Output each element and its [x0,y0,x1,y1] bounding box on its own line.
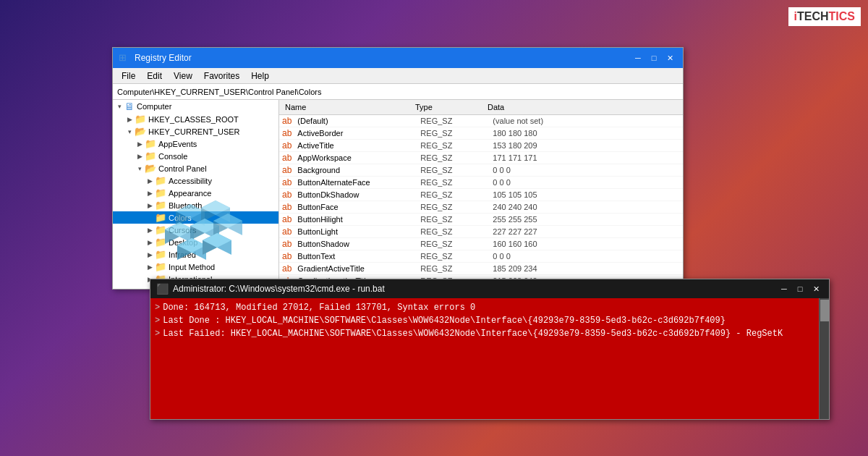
watermark-tech: TECH [797,10,829,22]
cmd-titlebar: ⬛ Administrator: C:\Windows\system32\cmd… [150,279,829,298]
tree-item-controlpanel[interactable]: ▾ 📂 Control Panel [113,162,278,174]
expand-icon-appearance: ▶ [145,190,155,197]
registry-row[interactable]: ab ButtonHilight REG_SZ 255 255 255 [279,214,683,226]
cmd-minimize-button[interactable]: ─ [777,282,791,296]
tree-label-appearance: Appearance [169,189,211,198]
folder-icon-inputmethod: 📁 [155,261,166,272]
cmd-window: ⬛ Administrator: C:\Windows\system32\cmd… [150,279,830,420]
menu-favorites[interactable]: Favorites [198,69,245,83]
registry-row[interactable]: ab ButtonShadow REG_SZ 160 160 160 [279,238,683,250]
header-type: Type [409,101,482,113]
reg-icon: ab [279,116,294,126]
cmd-text-2: Last Done : HKEY_LOCAL_MACHINE\SOFTWARE\… [163,314,726,327]
registry-row[interactable]: ab ButtonDkShadow REG_SZ 105 105 105 [279,189,683,201]
expand-icon-infrared: ▶ [145,251,155,258]
tree-item-accessibility[interactable]: ▶ 📁 Accessibility [113,174,278,187]
cmd-scrollbar-thumb[interactable] [820,300,829,321]
cmd-close-button[interactable]: ✕ [809,282,823,296]
reg-type: REG_SZ [417,215,490,224]
expand-icon-controlpanel: ▾ [135,165,145,172]
reg-data: 160 160 160 [490,240,683,248]
registry-row[interactable]: ab ButtonLight REG_SZ 227 227 227 [279,226,683,238]
expand-icon-bluetooth: ▶ [145,202,155,209]
reg-name: AppWorkspace [294,153,417,162]
registry-row[interactable]: ab (Default) REG_SZ (value not set) [279,115,683,127]
tree-label-colors: Colors [169,214,192,222]
cmd-line-1: > Done: 164713, Modified 27012, Failed 1… [155,301,825,314]
registry-row[interactable]: ab ActiveTitle REG_SZ 153 180 209 [279,140,683,152]
tree-label-hkcu: HKEY_CURRENT_USER [148,127,240,136]
folder-icon-appearance: 📁 [155,187,166,198]
menu-view[interactable]: View [168,69,198,83]
cmd-line-2: > Last Done : HKEY_LOCAL_MACHINE\SOFTWAR… [155,314,825,327]
registry-titlebar: ⊞ Registry Editor ─ □ ✕ [113,48,683,68]
reg-data: 0 0 0 [490,252,683,261]
tree-item-colors[interactable]: 📁 Colors [113,211,278,224]
reg-name: Background [294,166,417,174]
reg-type: REG_SZ [417,178,490,187]
reg-data: 227 227 227 [490,227,683,236]
reg-data: 0 0 0 [490,178,683,187]
folder-icon-desktop: 📁 [155,237,166,248]
tree-item-appevents[interactable]: ▶ 📁 AppEvents [113,138,278,150]
tree-item-console[interactable]: ▶ 📁 Console [113,150,278,162]
folder-icon-accessibility: 📁 [155,175,166,186]
cmd-scrollbar[interactable] [819,298,829,419]
watermark-tics: TICS [829,10,855,22]
tree-item-infrared[interactable]: ▶ 📁 Infrared [113,248,278,261]
folder-icon-colors: 📁 [155,212,166,223]
reg-icon: ab [279,202,294,212]
tree-label-console: Console [158,152,187,161]
registry-row[interactable]: ab ButtonFace REG_SZ 240 240 240 [279,201,683,214]
registry-row[interactable]: ab GradientActiveTitle REG_SZ 185 209 23… [279,263,683,275]
tree-item-inputmethod[interactable]: ▶ 📁 Input Method [113,261,278,273]
tree-item-appearance[interactable]: ▶ 📁 Appearance [113,187,278,199]
registry-row[interactable]: ab ButtonAlternateFace REG_SZ 0 0 0 [279,177,683,189]
tree-item-desktop[interactable]: ▶ 📁 Desktop [113,236,278,248]
reg-data: (value not set) [490,117,683,125]
cmd-prompt-2: > [155,314,160,327]
menu-help[interactable]: Help [245,69,275,83]
reg-type: REG_SZ [417,203,490,211]
registry-row[interactable]: ab Background REG_SZ 0 0 0 [279,164,683,177]
folder-icon-hkcu: 📂 [135,126,146,137]
reg-icon: ab [279,251,294,261]
registry-window-icon: ⊞ [119,52,130,64]
reg-type: REG_SZ [417,240,490,248]
registry-close-button[interactable]: ✕ [663,51,677,65]
tree-item-bluetooth[interactable]: ▶ 📁 Bluetooth [113,199,278,211]
registry-row[interactable]: ab ActiveBorder REG_SZ 180 180 180 [279,127,683,140]
folder-icon-hkcr: 📁 [135,114,146,124]
reg-name: ActiveTitle [294,141,417,150]
expand-icon-hkcu: ▾ [124,128,135,135]
tree-item-cursors[interactable]: ▶ 📁 Cursors [113,224,278,236]
tree-item-hkcu[interactable]: ▾ 📂 HKEY_CURRENT_USER [113,125,278,138]
folder-icon-bluetooth: 📁 [155,200,166,211]
registry-addressbar: Computer\HKEY_CURRENT_USER\Control Panel… [113,84,683,100]
registry-rows-container: ab (Default) REG_SZ (value not set) ab A… [279,115,683,289]
folder-icon-cursors: 📁 [155,224,166,235]
reg-type: REG_SZ [417,117,490,125]
expand-icon-console: ▶ [135,153,145,160]
reg-data: 255 255 255 [490,215,683,224]
tree-label-desktop: Desktop [169,238,197,247]
tree-item-hkcr[interactable]: ▶ 📁 HKEY_CLASSES_ROOT [113,113,278,125]
cmd-window-controls: ─ □ ✕ [777,282,823,296]
folder-icon-controlpanel: 📂 [145,163,156,174]
registry-row[interactable]: ab ButtonText REG_SZ 0 0 0 [279,250,683,263]
expand-icon-computer: ▾ [114,103,124,110]
menu-file[interactable]: File [116,69,141,83]
reg-name: ButtonFace [294,203,417,211]
registry-minimize-button[interactable]: ─ [631,51,645,65]
reg-icon: ab [279,153,294,163]
tree-label-accessibility: Accessibility [169,177,212,185]
cmd-maximize-button[interactable]: □ [793,282,807,296]
folder-icon-infrared: 📁 [155,249,166,260]
reg-name: ButtonLight [294,227,417,236]
menu-edit[interactable]: Edit [141,69,168,83]
registry-row[interactable]: ab AppWorkspace REG_SZ 171 171 171 [279,152,683,164]
tree-item-computer[interactable]: ▾ 🖥 Computer [113,100,278,113]
registry-maximize-button[interactable]: □ [647,51,661,65]
registry-content: ▾ 🖥 Computer ▶ 📁 HKEY_CLASSES_ROOT ▾ 📂 H… [113,100,683,289]
reg-name: (Default) [294,117,417,125]
